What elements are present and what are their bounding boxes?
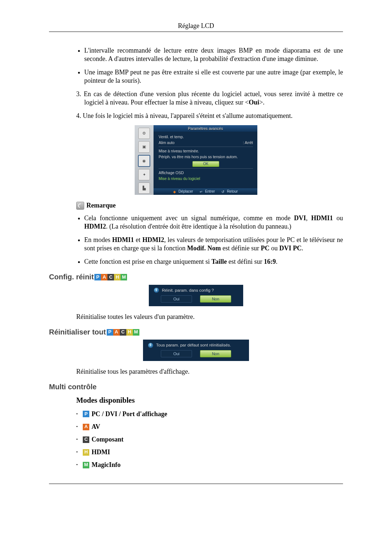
osd-sidebar: ⚙ ▣ ◉ ✦ ▙ — [135, 125, 154, 195]
dlg-config-reinit: i Réinit. param. dans config ? Oui Non — [149, 285, 243, 306]
intro-bullets: L'intervalle recommandé de lecture entre… — [76, 46, 343, 85]
osd-upgrade-done: Mise à niveau terminée. — [159, 148, 253, 154]
dlg1-question: Réinit. param. dans config ? — [162, 288, 214, 293]
note-bullet-2: En modes HDMI1 et HDMI2, les valeurs de … — [84, 236, 343, 253]
dlg1-yes-button: Oui — [161, 295, 192, 303]
modes-disponibles-heading: Modes disponibles — [76, 395, 343, 405]
badges-pachm-2: P A C H M — [107, 329, 139, 336]
dlg1-desc: Réinitialise toutes les valeurs d'un par… — [76, 313, 343, 321]
mode-item-composant: C Composant — [76, 435, 343, 444]
config-reinit-heading: Config. réinit P A C H M — [49, 272, 343, 282]
osd-footer: ◆Déplacer ↵Entrer ↺Retour — [154, 188, 257, 195]
badge-a-icon: A — [83, 424, 89, 430]
info-icon: i — [154, 288, 159, 293]
badge-p-icon: P — [107, 329, 113, 336]
dlg2-yes-button: Oui — [161, 350, 192, 357]
page-header: Réglage LCD — [49, 22, 343, 30]
dlg2-desc: Réinitialise tous les paramètres d'affic… — [76, 368, 343, 376]
badge-p-icon: P — [83, 411, 89, 417]
osd-sidebar-icon-5: ▙ — [138, 182, 150, 194]
osd-sidebar-icon-1: ⚙ — [138, 128, 150, 139]
badge-p-icon: P — [94, 274, 101, 280]
header-rule — [49, 32, 343, 32]
mode-item-pc: P PC / DVI / Port d'affichage — [76, 410, 343, 418]
badge-c-icon: C — [107, 274, 114, 280]
intro-bullet-2: Une image BMP peut ne pas être extraite … — [84, 68, 343, 85]
osd-upgrade-msg: Périph. va être mis hors puis ss tension… — [159, 154, 253, 160]
numbered-item-4: Une fois le logiciel mis à niveau, l'app… — [76, 112, 343, 120]
note-bullet-3: Cette fonction est prise en charge uniqu… — [84, 258, 343, 266]
dlg2-no-button: Non — [200, 350, 231, 357]
dlg-reset-all: i Tous param. par défaut sont réinitiali… — [143, 340, 249, 361]
dlg1-no-button: Non — [200, 295, 231, 303]
reset-all-heading: Réinitialiser tout P A C H M — [49, 328, 343, 337]
badge-h-icon: H — [83, 449, 89, 456]
osd-titlebar: Paramètres avancés — [154, 125, 257, 132]
intro-bullet-1: L'intervalle recommandé de lecture entre… — [84, 46, 343, 63]
osd-row-affichage: Affichage OSD — [159, 170, 253, 176]
mode-item-av: A AV — [76, 423, 343, 431]
info-icon: i — [148, 343, 153, 348]
badge-h-icon: H — [114, 274, 121, 280]
badge-a-icon: A — [101, 274, 107, 280]
note-icon — [76, 202, 84, 210]
badge-m-icon: M — [83, 462, 89, 468]
note-heading: Remarque — [76, 201, 343, 210]
osd-ok-button: OK — [192, 161, 219, 167]
osd-screenshot: ⚙ ▣ ◉ ✦ ▙ Paramètres avancés Ventil. et … — [135, 125, 257, 195]
badge-h-icon: H — [126, 329, 133, 336]
mode-item-hdmi: H HDMI — [76, 448, 343, 456]
numbered-item-3: En cas de détection d'une version plus r… — [76, 90, 343, 107]
badge-m-icon: M — [121, 274, 127, 280]
note-label: Remarque — [86, 201, 116, 210]
badge-c-icon: C — [83, 436, 89, 443]
multi-controle-heading: Multi contrôle — [49, 382, 343, 392]
osd-row-alim: Alim auto: Arrêt — [159, 140, 253, 145]
dlg2-question: Tous param. par défaut sont réinitialisé… — [156, 342, 231, 348]
osd-sidebar-icon-3-selected: ◉ — [138, 155, 150, 167]
note-bullet-1: Cela fonctionne uniquement avec un signa… — [84, 214, 343, 231]
footer-rule — [49, 484, 343, 484]
badge-m-icon: M — [133, 329, 139, 336]
badges-pachm: P A C H M — [94, 274, 127, 280]
osd-row-maj: Mise à niveau du logiciel — [159, 176, 253, 181]
badge-c-icon: C — [120, 329, 126, 336]
osd-row-ventil: Ventil. et temp. — [159, 134, 253, 140]
mode-item-magicinfo: M MagicInfo — [76, 461, 343, 469]
badge-a-icon: A — [113, 329, 120, 336]
osd-sidebar-icon-2: ▣ — [138, 141, 150, 152]
osd-sidebar-icon-4: ✦ — [138, 169, 150, 180]
